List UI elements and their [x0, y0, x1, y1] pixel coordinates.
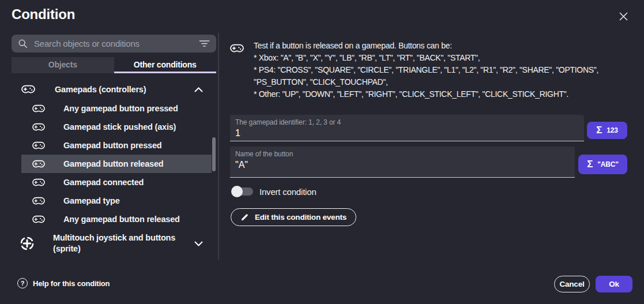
help-link[interactable]: ? Help for this condition	[17, 278, 110, 288]
group-label: Multitouch joystick and buttons (sprite)	[53, 232, 190, 254]
list-item-label: Gamepad type	[63, 196, 120, 205]
sigma-icon: Σ	[587, 159, 593, 170]
group-gamepads[interactable]: Gamepads (controllers)	[12, 80, 212, 99]
condition-detail-panel: Test if a button is released on a gamepa…	[230, 0, 634, 267]
list-item-any-gamepad-button-pressed[interactable]: Any gamepad button pressed	[21, 99, 212, 118]
panel-divider	[218, 33, 219, 260]
cancel-button[interactable]: Cancel	[554, 276, 590, 292]
gamepad-icon	[32, 104, 45, 113]
gamepad-icon	[21, 85, 35, 94]
tab-other-conditions[interactable]: Other conditions	[114, 57, 217, 73]
toggle-switch-off[interactable]	[231, 186, 254, 197]
list-item-label: Gamepad button released	[63, 159, 163, 168]
filter-icon[interactable]	[199, 40, 210, 47]
cancel-button-label: Cancel	[559, 280, 584, 288]
list-item-label: Any gamepad button released	[63, 215, 180, 224]
expression-editor-button-number[interactable]: Σ 123	[587, 122, 627, 139]
invert-condition-label: Invert condition	[259, 187, 317, 197]
list-scrollbar[interactable]	[212, 137, 216, 171]
toggle-thumb	[231, 186, 243, 197]
dialog-title: Condition	[12, 6, 75, 22]
multitouch-joystick-icon	[20, 236, 35, 251]
expression-editor-button-string[interactable]: Σ "ABC"	[578, 155, 627, 174]
description-line: * PS4: "CROSS", "SQUARE", "CIRCLE", "TRI…	[254, 64, 634, 76]
gamepad-icon	[32, 178, 45, 187]
list-item-label: Gamepad button pressed	[63, 141, 161, 150]
list-item-label: Gamepad stick pushed (axis)	[63, 122, 176, 132]
list-item-any-gamepad-button-released[interactable]: Any gamepad button released	[21, 210, 212, 228]
gamepad-icon	[32, 123, 45, 132]
gamepad-icon	[32, 215, 45, 224]
search-icon	[18, 39, 28, 48]
description-line: "PS_BUTTON", "CLICK_TOUCHPAD",	[254, 76, 634, 88]
description-line: * Xbox: "A", "B", "X", "Y", "LB", "RB", …	[254, 52, 634, 64]
description-line: Test if a button is released on a gamepa…	[254, 40, 634, 52]
description-line: * Other: "UP", "DOWN", "LEFT", "RIGHT", …	[254, 88, 634, 100]
ok-button[interactable]: Ok	[596, 276, 632, 292]
list-item-label: Any gamepad button pressed	[63, 104, 178, 113]
expression-button-label: "ABC"	[597, 160, 618, 168]
expression-button-label: 123	[607, 126, 617, 134]
button-name-input[interactable]	[235, 160, 558, 170]
tab-objects-label: Objects	[48, 60, 77, 69]
sigma-icon: Σ	[596, 125, 602, 136]
field-label: The gamepad identifier: 1, 2, 3 or 4	[235, 118, 584, 126]
gamepad-icon	[32, 197, 45, 205]
group-label: Gamepads (controllers)	[55, 85, 146, 94]
list-item-gamepad-button-pressed[interactable]: Gamepad button pressed	[21, 136, 212, 155]
tab-objects[interactable]: Objects	[12, 57, 114, 73]
search-bar	[12, 35, 216, 52]
list-item-label: Gamepad connected	[63, 178, 144, 187]
invert-condition-toggle-row[interactable]: Invert condition	[231, 186, 317, 197]
list-item-gamepad-type[interactable]: Gamepad type	[21, 192, 212, 210]
pencil-icon	[240, 213, 249, 222]
chevron-up-icon[interactable]	[194, 87, 203, 92]
condition-description: Test if a button is released on a gamepa…	[230, 40, 634, 100]
condition-dialog: Condition Objects Other conditions	[0, 0, 644, 304]
chevron-down-icon[interactable]	[194, 241, 203, 246]
group-multitouch-joystick[interactable]: Multitouch joystick and buttons (sprite)	[12, 228, 212, 258]
gamepad-icon	[230, 44, 244, 53]
edit-button-label: Edit this condition events	[255, 213, 347, 222]
field-label: Name of the button	[235, 150, 575, 158]
ok-button-label: Ok	[609, 280, 619, 288]
gamepad-identifier-field[interactable]: The gamepad identifier: 1, 2, 3 or 4	[230, 115, 584, 141]
gamepad-icon	[32, 141, 45, 150]
help-label: Help for this condition	[33, 279, 110, 288]
edit-condition-events-button[interactable]: Edit this condition events	[231, 208, 356, 226]
tab-other-conditions-label: Other conditions	[134, 60, 197, 69]
list-item-gamepad-connected[interactable]: Gamepad connected	[21, 173, 212, 192]
gamepad-identifier-input[interactable]	[235, 128, 567, 138]
button-name-field[interactable]: Name of the button	[230, 147, 575, 178]
help-icon: ?	[17, 278, 28, 288]
list-item-gamepad-button-released[interactable]: Gamepad button released	[21, 155, 212, 173]
search-input[interactable]	[34, 39, 199, 48]
list-item-gamepad-stick-pushed[interactable]: Gamepad stick pushed (axis)	[21, 118, 212, 136]
gamepad-icon	[32, 160, 45, 168]
tab-bar: Objects Other conditions	[12, 57, 216, 73]
conditions-list: Gamepads (controllers) Any gamepad butto…	[12, 80, 212, 258]
